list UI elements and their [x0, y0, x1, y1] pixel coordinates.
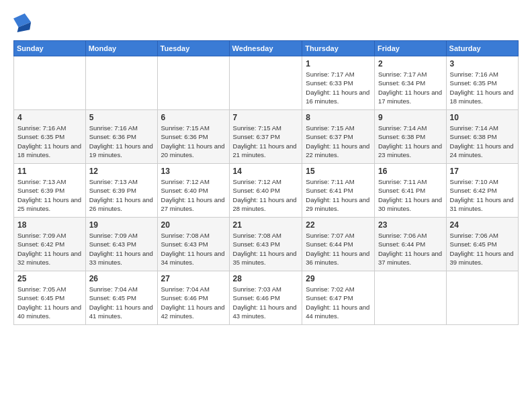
day-number: 12 [89, 167, 154, 176]
calendar-cell: 5Sunrise: 7:16 AMSunset: 6:36 PMDaylight… [85, 110, 157, 164]
calendar-cell: 6Sunrise: 7:15 AMSunset: 6:36 PMDaylight… [157, 110, 229, 164]
day-number: 6 [161, 113, 226, 122]
calendar-cell: 29Sunrise: 7:02 AMSunset: 6:47 PMDayligh… [302, 271, 375, 325]
day-info: Sunrise: 7:15 AMSunset: 6:37 PMDaylight:… [306, 124, 371, 159]
day-number: 18 [17, 220, 82, 230]
day-info: Sunrise: 7:07 AMSunset: 6:44 PMDaylight:… [306, 231, 371, 267]
calendar-cell: 10Sunrise: 7:14 AMSunset: 6:38 PMDayligh… [446, 110, 518, 164]
title-area [35, 11, 519, 12]
calendar-cell [157, 56, 229, 110]
day-number: 17 [450, 167, 515, 176]
calendar-cell: 9Sunrise: 7:14 AMSunset: 6:38 PMDaylight… [374, 110, 446, 164]
day-info: Sunrise: 7:05 AMSunset: 6:45 PMDaylight:… [17, 285, 82, 320]
calendar-cell [85, 56, 157, 110]
day-number: 10 [450, 113, 515, 122]
calendar-cell: 17Sunrise: 7:10 AMSunset: 6:42 PMDayligh… [446, 164, 518, 218]
day-number: 11 [17, 167, 82, 176]
weekday-header: Tuesday [157, 41, 229, 56]
calendar-cell [14, 56, 86, 110]
day-info: Sunrise: 7:08 AMSunset: 6:43 PMDaylight:… [233, 231, 299, 267]
logo-icon [13, 13, 32, 35]
calendar-cell: 21Sunrise: 7:08 AMSunset: 6:43 PMDayligh… [229, 218, 302, 271]
day-number: 4 [17, 113, 82, 122]
calendar-cell: 13Sunrise: 7:12 AMSunset: 6:40 PMDayligh… [157, 164, 229, 218]
calendar-cell: 28Sunrise: 7:03 AMSunset: 6:46 PMDayligh… [229, 271, 302, 325]
day-info: Sunrise: 7:11 AMSunset: 6:41 PMDaylight:… [378, 177, 443, 213]
weekday-header: Sunday [14, 41, 86, 56]
day-number: 20 [161, 220, 226, 230]
day-info: Sunrise: 7:13 AMSunset: 6:39 PMDaylight:… [17, 177, 82, 213]
day-info: Sunrise: 7:12 AMSunset: 6:40 PMDaylight:… [233, 177, 299, 213]
day-info: Sunrise: 7:06 AMSunset: 6:44 PMDaylight:… [378, 231, 443, 267]
day-info: Sunrise: 7:16 AMSunset: 6:35 PMDaylight:… [450, 70, 515, 105]
day-info: Sunrise: 7:03 AMSunset: 6:46 PMDaylight:… [233, 285, 299, 320]
calendar-cell: 7Sunrise: 7:15 AMSunset: 6:37 PMDaylight… [229, 110, 302, 164]
calendar-cell: 24Sunrise: 7:06 AMSunset: 6:45 PMDayligh… [446, 218, 518, 271]
day-info: Sunrise: 7:16 AMSunset: 6:36 PMDaylight:… [89, 124, 154, 159]
calendar-table: SundayMondayTuesdayWednesdayThursdayFrid… [13, 40, 519, 325]
day-info: Sunrise: 7:09 AMSunset: 6:43 PMDaylight:… [89, 231, 154, 267]
weekday-header: Wednesday [229, 41, 302, 56]
day-info: Sunrise: 7:11 AMSunset: 6:41 PMDaylight:… [306, 177, 371, 213]
calendar-cell: 2Sunrise: 7:17 AMSunset: 6:34 PMDaylight… [374, 56, 446, 110]
day-info: Sunrise: 7:06 AMSunset: 6:45 PMDaylight:… [450, 231, 515, 267]
calendar-cell: 18Sunrise: 7:09 AMSunset: 6:42 PMDayligh… [14, 218, 86, 271]
day-number: 15 [306, 167, 371, 176]
day-info: Sunrise: 7:10 AMSunset: 6:42 PMDaylight:… [450, 177, 515, 213]
calendar-cell: 14Sunrise: 7:12 AMSunset: 6:40 PMDayligh… [229, 164, 302, 218]
day-number: 22 [306, 220, 371, 230]
day-number: 5 [89, 113, 154, 122]
day-info: Sunrise: 7:09 AMSunset: 6:42 PMDaylight:… [17, 231, 82, 267]
calendar-cell: 15Sunrise: 7:11 AMSunset: 6:41 PMDayligh… [302, 164, 375, 218]
calendar-cell: 11Sunrise: 7:13 AMSunset: 6:39 PMDayligh… [14, 164, 86, 218]
calendar-cell [374, 271, 446, 325]
day-info: Sunrise: 7:08 AMSunset: 6:43 PMDaylight:… [161, 231, 226, 267]
day-number: 24 [450, 220, 515, 230]
day-info: Sunrise: 7:16 AMSunset: 6:35 PMDaylight:… [17, 124, 82, 159]
calendar-cell: 25Sunrise: 7:05 AMSunset: 6:45 PMDayligh… [14, 271, 86, 325]
day-number: 29 [306, 274, 371, 283]
day-number: 7 [233, 113, 299, 122]
day-info: Sunrise: 7:17 AMSunset: 6:33 PMDaylight:… [306, 70, 371, 105]
header [13, 11, 519, 35]
calendar-cell: 3Sunrise: 7:16 AMSunset: 6:35 PMDaylight… [446, 56, 518, 110]
weekday-header: Monday [85, 41, 157, 56]
day-number: 3 [450, 59, 515, 68]
day-info: Sunrise: 7:02 AMSunset: 6:47 PMDaylight:… [306, 285, 371, 320]
calendar-cell: 20Sunrise: 7:08 AMSunset: 6:43 PMDayligh… [157, 218, 229, 271]
day-number: 14 [233, 167, 299, 176]
day-number: 1 [306, 59, 371, 68]
calendar-cell: 8Sunrise: 7:15 AMSunset: 6:37 PMDaylight… [302, 110, 375, 164]
day-info: Sunrise: 7:15 AMSunset: 6:37 PMDaylight:… [233, 124, 299, 159]
calendar-cell: 16Sunrise: 7:11 AMSunset: 6:41 PMDayligh… [374, 164, 446, 218]
day-number: 16 [378, 167, 443, 176]
day-number: 25 [17, 274, 82, 283]
day-number: 26 [89, 274, 154, 283]
day-info: Sunrise: 7:12 AMSunset: 6:40 PMDaylight:… [161, 177, 226, 213]
day-info: Sunrise: 7:17 AMSunset: 6:34 PMDaylight:… [378, 70, 443, 105]
calendar-cell: 23Sunrise: 7:06 AMSunset: 6:44 PMDayligh… [374, 218, 446, 271]
calendar-cell: 12Sunrise: 7:13 AMSunset: 6:39 PMDayligh… [85, 164, 157, 218]
calendar-cell: 26Sunrise: 7:04 AMSunset: 6:45 PMDayligh… [85, 271, 157, 325]
day-info: Sunrise: 7:15 AMSunset: 6:36 PMDaylight:… [161, 124, 226, 159]
day-number: 9 [378, 113, 443, 122]
day-number: 21 [233, 220, 299, 230]
logo [13, 13, 35, 35]
calendar-cell [446, 271, 518, 325]
calendar-cell: 27Sunrise: 7:04 AMSunset: 6:46 PMDayligh… [157, 271, 229, 325]
day-info: Sunrise: 7:13 AMSunset: 6:39 PMDaylight:… [89, 177, 154, 213]
calendar-cell: 1Sunrise: 7:17 AMSunset: 6:33 PMDaylight… [302, 56, 375, 110]
calendar-cell: 19Sunrise: 7:09 AMSunset: 6:43 PMDayligh… [85, 218, 157, 271]
calendar-cell: 4Sunrise: 7:16 AMSunset: 6:35 PMDaylight… [14, 110, 86, 164]
day-number: 2 [378, 59, 443, 68]
weekday-header: Thursday [302, 41, 375, 56]
day-info: Sunrise: 7:14 AMSunset: 6:38 PMDaylight:… [378, 124, 443, 159]
day-info: Sunrise: 7:04 AMSunset: 6:45 PMDaylight:… [89, 285, 154, 320]
day-number: 23 [378, 220, 443, 230]
day-number: 27 [161, 274, 226, 283]
calendar-cell [229, 56, 302, 110]
weekday-header: Friday [374, 41, 446, 56]
day-number: 28 [233, 274, 299, 283]
day-number: 19 [89, 220, 154, 230]
day-info: Sunrise: 7:04 AMSunset: 6:46 PMDaylight:… [161, 285, 226, 320]
